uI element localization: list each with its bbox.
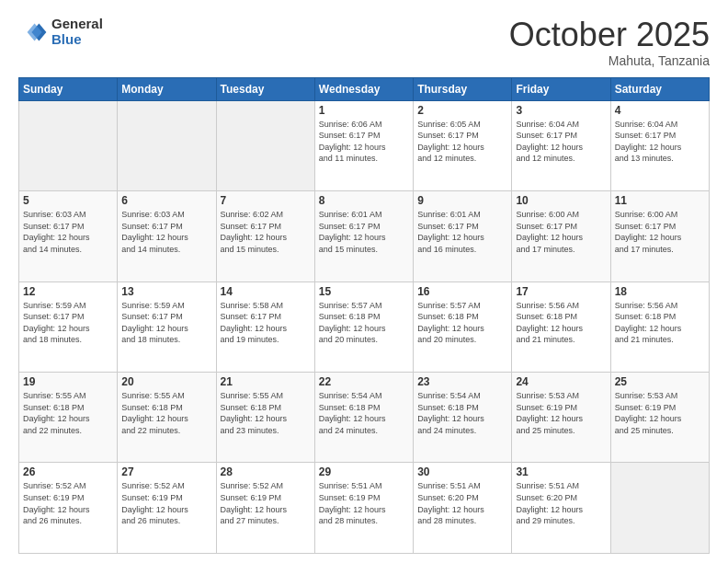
day-info: Sunrise: 6:00 AM Sunset: 6:17 PM Dayligh… [516, 209, 606, 255]
logo: General Blue [18, 17, 103, 47]
day-number: 6 [121, 194, 211, 207]
header: General Blue October 2025 Mahuta, Tanzan… [18, 17, 710, 68]
table-row: 30Sunrise: 5:51 AM Sunset: 6:20 PM Dayli… [414, 463, 512, 554]
day-info: Sunrise: 5:51 AM Sunset: 6:20 PM Dayligh… [516, 480, 606, 526]
page: General Blue October 2025 Mahuta, Tanzan… [0, 0, 728, 563]
table-row: 29Sunrise: 5:51 AM Sunset: 6:19 PM Dayli… [314, 463, 413, 554]
day-info: Sunrise: 5:52 AM Sunset: 6:19 PM Dayligh… [23, 480, 113, 526]
table-row: 15Sunrise: 5:57 AM Sunset: 6:18 PM Dayli… [314, 282, 413, 372]
table-row [610, 463, 709, 554]
table-row: 23Sunrise: 5:54 AM Sunset: 6:18 PM Dayli… [414, 373, 512, 463]
day-info: Sunrise: 6:03 AM Sunset: 6:17 PM Dayligh… [23, 209, 113, 255]
table-row: 22Sunrise: 5:54 AM Sunset: 6:18 PM Dayli… [314, 373, 413, 463]
header-wednesday: Wednesday [314, 77, 413, 100]
day-number: 4 [615, 104, 705, 117]
table-row: 25Sunrise: 5:53 AM Sunset: 6:19 PM Dayli… [610, 373, 709, 463]
calendar-week-2: 5Sunrise: 6:03 AM Sunset: 6:17 PM Daylig… [19, 191, 710, 282]
day-number: 10 [516, 194, 606, 207]
day-number: 28 [221, 465, 311, 478]
day-info: Sunrise: 5:58 AM Sunset: 6:17 PM Dayligh… [221, 300, 311, 346]
title-area: October 2025 Mahuta, Tanzania [509, 17, 710, 68]
day-info: Sunrise: 5:53 AM Sunset: 6:19 PM Dayligh… [615, 390, 705, 436]
table-row: 31Sunrise: 5:51 AM Sunset: 6:20 PM Dayli… [512, 463, 610, 554]
header-saturday: Saturday [610, 77, 709, 100]
day-number: 13 [121, 285, 211, 298]
day-info: Sunrise: 5:55 AM Sunset: 6:18 PM Dayligh… [23, 390, 113, 436]
day-number: 31 [516, 465, 606, 478]
table-row: 8Sunrise: 6:01 AM Sunset: 6:17 PM Daylig… [314, 191, 413, 282]
day-info: Sunrise: 5:59 AM Sunset: 6:17 PM Dayligh… [23, 300, 113, 346]
day-info: Sunrise: 5:52 AM Sunset: 6:19 PM Dayligh… [121, 480, 211, 526]
header-tuesday: Tuesday [216, 77, 314, 100]
day-number: 5 [23, 194, 113, 207]
day-number: 15 [319, 285, 409, 298]
table-row: 3Sunrise: 6:04 AM Sunset: 6:17 PM Daylig… [512, 100, 610, 190]
day-info: Sunrise: 5:59 AM Sunset: 6:17 PM Dayligh… [121, 300, 211, 346]
table-row: 17Sunrise: 5:56 AM Sunset: 6:18 PM Dayli… [512, 282, 610, 372]
month-title: October 2025 [509, 17, 710, 53]
day-number: 25 [615, 375, 705, 388]
day-number: 2 [417, 104, 507, 117]
day-info: Sunrise: 5:52 AM Sunset: 6:19 PM Dayligh… [221, 480, 311, 526]
table-row: 9Sunrise: 6:01 AM Sunset: 6:17 PM Daylig… [414, 191, 512, 282]
calendar-week-4: 19Sunrise: 5:55 AM Sunset: 6:18 PM Dayli… [19, 373, 710, 463]
day-number: 27 [121, 465, 211, 478]
table-row: 1Sunrise: 6:06 AM Sunset: 6:17 PM Daylig… [314, 100, 413, 190]
table-row [216, 100, 314, 190]
day-info: Sunrise: 5:51 AM Sunset: 6:19 PM Dayligh… [319, 480, 409, 526]
day-number: 14 [221, 285, 311, 298]
day-info: Sunrise: 5:51 AM Sunset: 6:20 PM Dayligh… [417, 480, 507, 526]
table-row: 7Sunrise: 6:02 AM Sunset: 6:17 PM Daylig… [216, 191, 314, 282]
table-row: 24Sunrise: 5:53 AM Sunset: 6:19 PM Dayli… [512, 373, 610, 463]
table-row: 2Sunrise: 6:05 AM Sunset: 6:17 PM Daylig… [414, 100, 512, 190]
day-info: Sunrise: 6:00 AM Sunset: 6:17 PM Dayligh… [615, 209, 705, 255]
day-info: Sunrise: 6:02 AM Sunset: 6:17 PM Dayligh… [221, 209, 311, 255]
day-info: Sunrise: 6:01 AM Sunset: 6:17 PM Dayligh… [319, 209, 409, 255]
day-info: Sunrise: 6:01 AM Sunset: 6:17 PM Dayligh… [417, 209, 507, 255]
day-number: 29 [319, 465, 409, 478]
day-number: 3 [516, 104, 606, 117]
table-row [118, 100, 216, 190]
header-sunday: Sunday [19, 77, 118, 100]
logo-blue-text: Blue [51, 32, 103, 48]
table-row: 26Sunrise: 5:52 AM Sunset: 6:19 PM Dayli… [19, 463, 118, 554]
calendar-week-1: 1Sunrise: 6:06 AM Sunset: 6:17 PM Daylig… [19, 100, 710, 190]
table-row: 19Sunrise: 5:55 AM Sunset: 6:18 PM Dayli… [19, 373, 118, 463]
calendar-week-5: 26Sunrise: 5:52 AM Sunset: 6:19 PM Dayli… [19, 463, 710, 554]
table-row: 13Sunrise: 5:59 AM Sunset: 6:17 PM Dayli… [118, 282, 216, 372]
day-number: 1 [319, 104, 409, 117]
day-number: 16 [417, 285, 507, 298]
day-number: 26 [23, 465, 113, 478]
table-row: 28Sunrise: 5:52 AM Sunset: 6:19 PM Dayli… [216, 463, 314, 554]
table-row: 16Sunrise: 5:57 AM Sunset: 6:18 PM Dayli… [414, 282, 512, 372]
day-number: 20 [121, 375, 211, 388]
day-number: 22 [319, 375, 409, 388]
day-number: 8 [319, 194, 409, 207]
day-info: Sunrise: 6:03 AM Sunset: 6:17 PM Dayligh… [121, 209, 211, 255]
day-number: 24 [516, 375, 606, 388]
table-row: 12Sunrise: 5:59 AM Sunset: 6:17 PM Dayli… [19, 282, 118, 372]
day-number: 17 [516, 285, 606, 298]
day-info: Sunrise: 5:53 AM Sunset: 6:19 PM Dayligh… [516, 390, 606, 436]
table-row: 5Sunrise: 6:03 AM Sunset: 6:17 PM Daylig… [19, 191, 118, 282]
day-info: Sunrise: 5:56 AM Sunset: 6:18 PM Dayligh… [516, 300, 606, 346]
table-row: 18Sunrise: 5:56 AM Sunset: 6:18 PM Dayli… [610, 282, 709, 372]
day-info: Sunrise: 5:54 AM Sunset: 6:18 PM Dayligh… [319, 390, 409, 436]
day-number: 7 [221, 194, 311, 207]
day-info: Sunrise: 6:04 AM Sunset: 6:17 PM Dayligh… [516, 119, 606, 165]
table-row [19, 100, 118, 190]
table-row: 27Sunrise: 5:52 AM Sunset: 6:19 PM Dayli… [118, 463, 216, 554]
location: Mahuta, Tanzania [509, 53, 710, 68]
day-number: 21 [221, 375, 311, 388]
day-info: Sunrise: 6:05 AM Sunset: 6:17 PM Dayligh… [417, 119, 507, 165]
logo-icon [18, 17, 48, 47]
day-info: Sunrise: 5:55 AM Sunset: 6:18 PM Dayligh… [221, 390, 311, 436]
table-row: 20Sunrise: 5:55 AM Sunset: 6:18 PM Dayli… [118, 373, 216, 463]
day-number: 23 [417, 375, 507, 388]
table-row: 14Sunrise: 5:58 AM Sunset: 6:17 PM Dayli… [216, 282, 314, 372]
day-number: 9 [417, 194, 507, 207]
calendar-header-row: Sunday Monday Tuesday Wednesday Thursday… [19, 77, 710, 100]
day-info: Sunrise: 5:57 AM Sunset: 6:18 PM Dayligh… [417, 300, 507, 346]
day-info: Sunrise: 6:04 AM Sunset: 6:17 PM Dayligh… [615, 119, 705, 165]
day-number: 30 [417, 465, 507, 478]
